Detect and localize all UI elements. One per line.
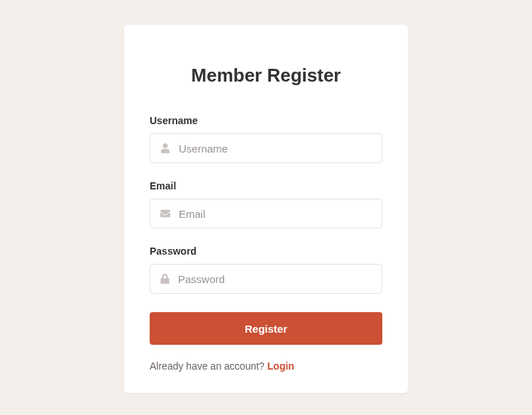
user-icon bbox=[160, 143, 170, 153]
email-group: Email bbox=[150, 180, 382, 228]
email-input-wrap bbox=[150, 199, 382, 228]
username-input-wrap bbox=[150, 133, 382, 163]
username-group: Username bbox=[150, 115, 382, 163]
lock-icon bbox=[160, 274, 170, 284]
username-label: Username bbox=[150, 115, 382, 126]
password-input[interactable] bbox=[178, 273, 372, 285]
page-title: Member Register bbox=[150, 65, 382, 87]
envelope-icon bbox=[160, 209, 170, 218]
password-input-wrap bbox=[150, 264, 382, 294]
footer-text: Already have an account? Login bbox=[150, 360, 382, 372]
login-link[interactable]: Login bbox=[267, 360, 294, 372]
email-input[interactable] bbox=[179, 208, 372, 220]
email-label: Email bbox=[150, 180, 382, 192]
register-card: Member Register Username Email Password … bbox=[124, 25, 408, 393]
register-button[interactable]: Register bbox=[150, 312, 382, 345]
password-group: Password bbox=[150, 245, 382, 294]
username-input[interactable] bbox=[179, 143, 372, 155]
password-label: Password bbox=[150, 245, 382, 257]
footer-prompt: Already have an account? bbox=[150, 360, 267, 372]
